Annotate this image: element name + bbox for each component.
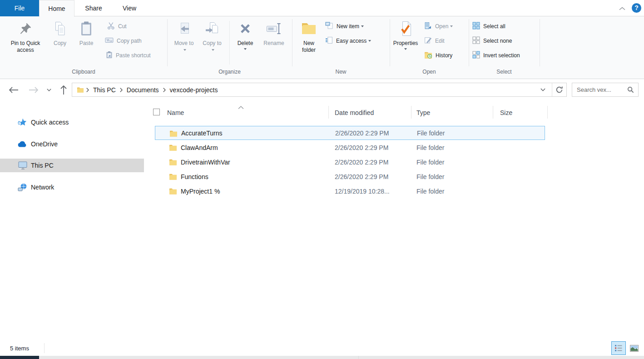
copy-to-button[interactable]: Copy to	[200, 18, 224, 54]
group-divider	[167, 19, 168, 66]
breadcrumb-documents[interactable]: Documents	[125, 86, 161, 94]
tab-share[interactable]: Share	[74, 0, 113, 16]
tab-home[interactable]: Home	[39, 0, 74, 17]
file-name: ClawAndArm	[181, 144, 218, 151]
move-to-icon	[172, 18, 196, 39]
chevron-up-icon	[619, 4, 625, 12]
file-name: Functions	[181, 173, 208, 180]
column-header-date-modified[interactable]: Date modified	[335, 108, 374, 117]
column-header-name[interactable]: Name	[167, 108, 184, 117]
address-dropdown-button[interactable]	[534, 88, 552, 91]
column-divider[interactable]	[547, 106, 548, 119]
collapse-ribbon-button[interactable]	[617, 3, 628, 13]
open-button[interactable]: Open	[424, 21, 453, 32]
file-row[interactable]: DrivetrainWithVar 2/26/2020 2:29 PM File…	[155, 155, 545, 169]
network-globe-icon	[17, 183, 27, 191]
column-header-type[interactable]: Type	[416, 108, 430, 117]
pin-to-quick-access-button[interactable]: Pin to Quick access	[6, 18, 45, 54]
ribbon-tab-bar: File Home Share View ?	[0, 0, 644, 16]
paste-shortcut-button[interactable]: Paste shortcut	[106, 50, 151, 61]
folder-icon	[169, 159, 177, 167]
sidebar-item-quick-access[interactable]: Quick access	[0, 115, 144, 129]
arrow-up-icon	[60, 85, 67, 95]
copy-button[interactable]: Copy	[47, 18, 73, 47]
up-button[interactable]	[58, 84, 69, 96]
forward-button[interactable]	[27, 85, 40, 95]
copy-icon	[47, 18, 73, 39]
copy-path-button[interactable]: Copy path	[105, 35, 142, 46]
easy-access-button[interactable]: Easy access	[325, 35, 371, 46]
group-divider	[540, 19, 540, 66]
search-icon[interactable]	[627, 86, 638, 93]
column-divider[interactable]	[328, 106, 329, 119]
cut-button[interactable]: Cut	[107, 21, 127, 32]
file-name: AccurateTurns	[181, 130, 223, 137]
new-folder-button[interactable]: New folder	[295, 18, 322, 54]
new-item-button[interactable]: New item	[325, 21, 364, 32]
chevron-down-icon	[47, 89, 51, 91]
breadcrumb-current-folder[interactable]: vexcode-projects	[168, 86, 220, 94]
file-row[interactable]: MyProject1 % 12/19/2019 10:28... File fo…	[155, 184, 545, 198]
rename-button[interactable]: Rename	[259, 18, 289, 47]
breadcrumb-chevron-icon	[118, 88, 125, 92]
dropdown-caret-icon	[368, 40, 371, 42]
group-label-new: New	[292, 69, 390, 77]
paste-shortcut-icon	[106, 51, 113, 60]
select-all-checkbox[interactable]	[153, 109, 160, 115]
folder-icon	[169, 188, 177, 196]
file-row[interactable]: ClawAndArm 2/26/2020 2:29 PM File folder	[155, 140, 545, 155]
sidebar-item-onedrive[interactable]: OneDrive	[0, 137, 144, 151]
breadcrumb-this-pc[interactable]: This PC	[91, 86, 118, 94]
select-none-button[interactable]: Select none	[472, 35, 512, 46]
recent-locations-button[interactable]	[45, 87, 53, 93]
new-folder-icon	[295, 18, 322, 39]
edit-button[interactable]: Edit	[424, 35, 445, 46]
group-label-open: Open	[390, 69, 469, 77]
group-divider	[292, 19, 292, 66]
help-button[interactable]: ?	[632, 3, 641, 13]
column-divider[interactable]	[411, 106, 411, 119]
file-name: MyProject1 %	[181, 188, 220, 195]
select-all-button[interactable]: Select all	[472, 21, 505, 32]
sub-divider	[229, 21, 230, 65]
refresh-icon	[555, 86, 563, 94]
ribbon-home: Clipboard Organize New Open Select Pin t…	[0, 16, 644, 79]
thumbnail-view-icon	[630, 345, 639, 352]
move-to-button[interactable]: Move to	[172, 18, 196, 54]
invert-selection-icon	[472, 51, 480, 60]
search-input[interactable]	[572, 86, 627, 93]
navigation-bar: This PC Documents vexcode-projects	[0, 79, 644, 101]
tab-file[interactable]: File	[0, 0, 39, 16]
easy-access-icon	[325, 36, 333, 45]
file-date: 2/26/2020 2:29 PM	[335, 130, 389, 137]
sidebar-item-label: Quick access	[31, 119, 69, 126]
folder-icon	[169, 173, 177, 182]
file-type: File folder	[416, 144, 444, 151]
column-header-size[interactable]: Size	[500, 108, 512, 117]
file-row[interactable]: AccurateTurns 2/26/2020 2:29 PM File fol…	[155, 126, 545, 140]
back-button[interactable]	[7, 85, 20, 95]
sidebar-item-this-pc[interactable]: This PC	[0, 159, 144, 172]
pushpin-icon	[6, 18, 45, 39]
file-row[interactable]: Functions 2/26/2020 2:29 PM File folder	[155, 170, 545, 184]
large-icons-view-button[interactable]	[627, 341, 641, 355]
address-bar[interactable]: This PC Documents vexcode-projects	[72, 83, 567, 97]
properties-icon	[391, 18, 420, 39]
paste-button[interactable]: Paste	[74, 18, 99, 47]
search-box	[572, 83, 639, 97]
history-button[interactable]: History	[424, 50, 452, 61]
details-view-icon	[615, 345, 622, 351]
tab-view[interactable]: View	[113, 0, 146, 16]
group-divider	[390, 19, 390, 66]
invert-selection-button[interactable]: Invert selection	[472, 50, 520, 61]
column-divider[interactable]	[493, 106, 493, 119]
refresh-button[interactable]	[552, 86, 566, 94]
details-view-button[interactable]	[611, 341, 626, 355]
navigation-pane: Quick access OneDrive This PC Network	[0, 101, 144, 343]
sort-ascending-icon	[238, 103, 244, 111]
properties-button[interactable]: Properties	[391, 18, 420, 50]
delete-button[interactable]: Delete	[233, 18, 258, 50]
dropdown-caret-icon	[244, 48, 247, 50]
sidebar-item-network[interactable]: Network	[0, 180, 144, 194]
file-date: 2/26/2020 2:29 PM	[335, 144, 388, 151]
